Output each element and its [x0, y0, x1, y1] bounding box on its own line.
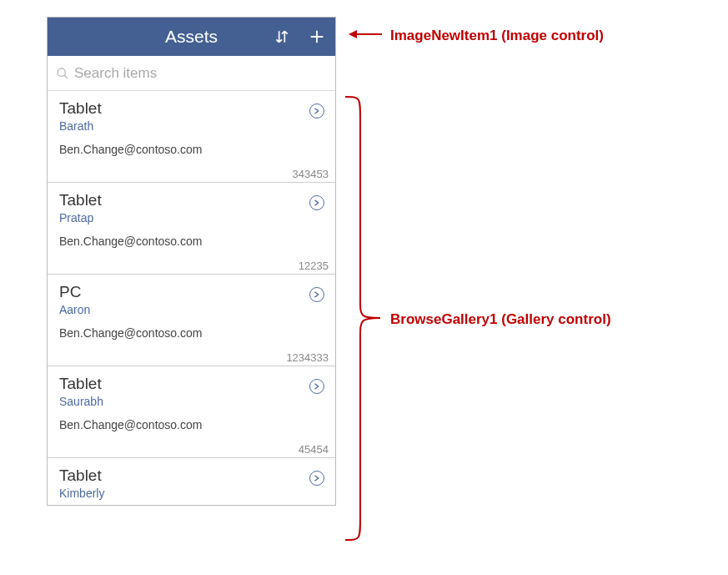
svg-marker-2 — [349, 30, 357, 38]
list-item[interactable]: Tablet Kimberly — [48, 458, 335, 505]
gallery-bracket-icon — [344, 95, 380, 542]
annotation-newitem-label: ImageNewItem1 (Image control) — [390, 28, 604, 44]
item-subtitle: Aaron — [59, 303, 324, 316]
item-title: Tablet — [59, 375, 324, 393]
svg-point-0 — [58, 68, 65, 76]
item-title: PC — [59, 283, 324, 301]
navigate-arrow-icon[interactable] — [309, 286, 325, 303]
browse-gallery: Tablet Barath Ben.Change@contoso.com 343… — [48, 91, 335, 505]
sort-icon[interactable] — [265, 18, 299, 56]
item-subtitle: Saurabh — [59, 395, 324, 408]
item-title: Tablet — [59, 191, 324, 209]
item-email: Ben.Change@contoso.com — [59, 418, 324, 431]
navigate-arrow-icon[interactable] — [309, 470, 325, 487]
search-input[interactable] — [74, 65, 327, 82]
arrow-left-icon — [349, 28, 382, 44]
item-subtitle: Pratap — [59, 211, 324, 224]
list-item[interactable]: Tablet Pratap Ben.Change@contoso.com 122… — [48, 183, 335, 275]
list-item[interactable]: Tablet Barath Ben.Change@contoso.com 343… — [48, 91, 335, 183]
item-number: 45454 — [299, 443, 329, 456]
navigate-arrow-icon[interactable] — [309, 103, 325, 119]
item-email: Ben.Change@contoso.com — [59, 235, 324, 248]
search-bar — [48, 56, 335, 91]
item-email: Ben.Change@contoso.com — [59, 326, 324, 340]
navigate-arrow-icon[interactable] — [309, 378, 325, 395]
app-screen: Assets Tablet Barath Ben.Change@contos — [47, 17, 336, 506]
item-title: Tablet — [59, 467, 324, 485]
item-number: 1234333 — [286, 351, 329, 364]
item-email: Ben.Change@contoso.com — [59, 143, 324, 156]
item-subtitle: Kimberly — [59, 487, 324, 500]
annotation-gallery-label: BrowseGallery1 (Gallery control) — [390, 311, 611, 328]
search-icon — [56, 67, 69, 80]
list-item[interactable]: Tablet Saurabh Ben.Change@contoso.com 45… — [48, 366, 335, 458]
item-subtitle: Barath — [59, 119, 324, 133]
item-number: 343453 — [293, 168, 329, 180]
add-icon[interactable] — [300, 18, 334, 56]
navigate-arrow-icon[interactable] — [309, 194, 325, 211]
page-title: Assets — [165, 27, 218, 47]
annotation-newitem: ImageNewItem1 (Image control) — [349, 28, 604, 44]
item-number: 12235 — [299, 260, 329, 272]
item-title: Tablet — [59, 99, 324, 118]
header-bar: Assets — [48, 18, 335, 56]
list-item[interactable]: PC Aaron Ben.Change@contoso.com 1234333 — [48, 275, 335, 366]
